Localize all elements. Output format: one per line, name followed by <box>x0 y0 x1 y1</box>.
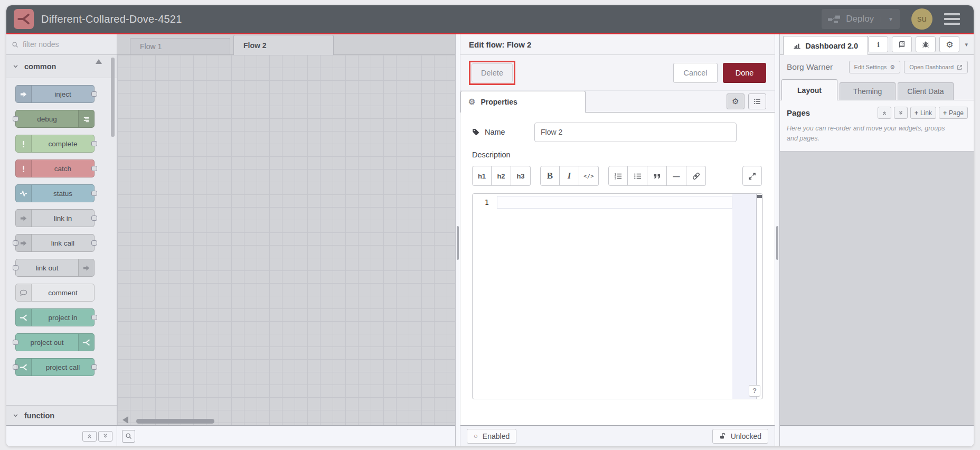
palette-node-debug[interactable]: debug <box>15 110 95 128</box>
expand-all-button[interactable] <box>98 431 112 442</box>
app-window: Different-Collared-Dove-4521 Deploy ▼ su <box>6 5 974 446</box>
help-tab-button[interactable] <box>892 36 912 52</box>
bold-button[interactable]: B <box>540 166 560 186</box>
ordered-list-button[interactable] <box>608 166 628 186</box>
plus-icon: + <box>943 109 947 117</box>
deploy-button[interactable]: Deploy ▼ <box>822 9 900 29</box>
navigator-toggle-button[interactable] <box>122 430 135 443</box>
palette-node-comment[interactable]: comment <box>15 284 95 302</box>
flowfuse-logo-icon <box>14 9 34 29</box>
name-field-label: Name <box>472 128 534 136</box>
edit-settings-button[interactable]: Edit Settings ⚙ <box>849 61 901 73</box>
resize-grip-thumb[interactable] <box>776 226 778 260</box>
tray-left-resize-handle[interactable] <box>455 34 460 446</box>
tab-flow-1[interactable]: Flow 1 <box>130 38 230 54</box>
delete-button[interactable]: Delete <box>472 63 513 82</box>
tab-layout[interactable]: Layout <box>781 79 837 100</box>
search-input[interactable] <box>23 40 102 49</box>
palette-node-catch[interactable]: catch <box>15 160 95 177</box>
tray-right-resize-handle[interactable] <box>775 34 780 446</box>
tab-theming[interactable]: Theming <box>840 82 896 100</box>
tab-flow-2[interactable]: Flow 2 <box>233 35 334 55</box>
editor-active-line[interactable]: 1 <box>473 196 732 209</box>
palette-node-inject[interactable]: inject <box>15 85 95 103</box>
output-port <box>91 240 97 246</box>
collapse-all-button[interactable] <box>82 431 97 442</box>
italic-button[interactable]: I <box>560 166 579 186</box>
app-header: Different-Collared-Dove-4521 Deploy ▼ su <box>6 5 974 33</box>
canvas-h-scrollbar-thumb[interactable] <box>136 419 214 424</box>
dashboard-project-name: Borg Warner <box>787 62 833 72</box>
tag-icon <box>472 128 479 136</box>
editor-cursor-line[interactable] <box>497 196 732 209</box>
heading2-button[interactable]: h2 <box>492 166 511 186</box>
add-link-button[interactable]: + Link <box>910 107 936 119</box>
palette-node-link-call[interactable]: link call <box>15 234 95 252</box>
move-down-button[interactable] <box>894 107 908 119</box>
insert-link-button[interactable] <box>686 166 706 186</box>
right-sidebar: Dashboard 2.0 i ⚙ <box>780 34 974 446</box>
palette-node-status[interactable]: status <box>15 184 95 202</box>
tab-dashboard-2[interactable]: Dashboard 2.0 <box>783 36 868 55</box>
debug-tab-button[interactable] <box>916 36 936 52</box>
tray-tab-actions: ⚙ <box>727 93 766 109</box>
palette-search[interactable] <box>6 34 117 55</box>
info-tab-button[interactable]: i <box>868 36 888 52</box>
deploy-options-caret-icon[interactable]: ▼ <box>881 16 893 22</box>
palette-node-link-out[interactable]: link out <box>15 259 95 277</box>
tray-tabs-row: ⚙ Properties ⚙ <box>460 91 775 112</box>
config-tab-button[interactable]: ⚙ <box>939 36 959 52</box>
edit-properties-button[interactable]: ⚙ <box>727 93 745 109</box>
heading1-button[interactable]: h1 <box>472 166 492 186</box>
palette-node-project-in[interactable]: project in <box>15 308 95 326</box>
palette-node-project-call[interactable]: project call <box>15 358 95 376</box>
palette-scrollbar-thumb[interactable] <box>111 58 115 137</box>
main-menu-button[interactable] <box>944 13 960 25</box>
resize-grip-thumb[interactable] <box>457 226 459 260</box>
open-dashboard-button[interactable]: Open Dashboard <box>904 61 968 73</box>
editor-help-button[interactable]: ? <box>749 385 760 397</box>
editor-scroll-track[interactable] <box>732 194 756 399</box>
editor-scrollbar-thumb[interactable] <box>757 195 762 198</box>
expand-editor-button[interactable] <box>742 166 762 186</box>
unordered-list-button[interactable] <box>628 166 647 186</box>
description-editor[interactable]: 1 ? <box>472 193 763 399</box>
user-avatar[interactable]: su <box>911 8 932 30</box>
done-button[interactable]: Done <box>723 63 766 83</box>
description-label: Description <box>472 151 763 159</box>
gear-icon: ⚙ <box>732 97 739 106</box>
add-page-button[interactable]: + Page <box>939 107 968 119</box>
palette-node-project-out[interactable]: project out <box>15 333 95 351</box>
sidebar-menu-caret-icon[interactable]: ▾ <box>965 41 968 48</box>
heading3-button[interactable]: h3 <box>511 166 531 186</box>
blockquote-button[interactable] <box>647 166 667 186</box>
gear-icon: ⚙ <box>890 64 895 71</box>
palette-category-function[interactable]: function <box>6 405 117 425</box>
flow-enabled-toggle[interactable]: ○ Enabled <box>467 429 516 444</box>
palette-scroll-up-icon[interactable] <box>96 59 102 64</box>
move-up-button[interactable] <box>878 107 891 119</box>
deploy-label: Deploy <box>846 14 874 24</box>
dashboard-actions: Edit Settings ⚙ Open Dashboard <box>849 61 968 73</box>
horizontal-rule-button[interactable]: — <box>667 166 686 186</box>
dashboard-section-tabs: Layout Theming Client Data <box>780 79 974 100</box>
code-button[interactable]: </> <box>579 166 599 186</box>
markdown-toolbar: h1 h2 h3 B I </> <box>472 166 763 186</box>
list-menu-icon <box>753 98 761 105</box>
cancel-button[interactable]: Cancel <box>673 63 718 83</box>
chain-link-icon <box>692 172 700 180</box>
comment-bubble-icon <box>16 284 32 301</box>
page-title: Different-Collared-Dove-4521 <box>41 13 182 25</box>
palette-category-common[interactable]: common <box>6 55 117 78</box>
tab-client-data[interactable]: Client Data <box>898 82 954 100</box>
info-icon: i <box>877 40 879 49</box>
flow-locked-toggle[interactable]: Unlocked <box>712 429 768 444</box>
main-area: common inject debug complete <box>6 34 974 446</box>
link-arrow-icon <box>16 210 32 227</box>
palette-node-link-in[interactable]: link in <box>15 209 95 227</box>
tab-properties[interactable]: ⚙ Properties <box>460 91 586 112</box>
flow-canvas[interactable] <box>117 55 455 425</box>
palette-node-complete[interactable]: complete <box>15 135 95 153</box>
flow-name-input[interactable] <box>534 123 737 142</box>
edit-description-button[interactable] <box>748 93 766 109</box>
